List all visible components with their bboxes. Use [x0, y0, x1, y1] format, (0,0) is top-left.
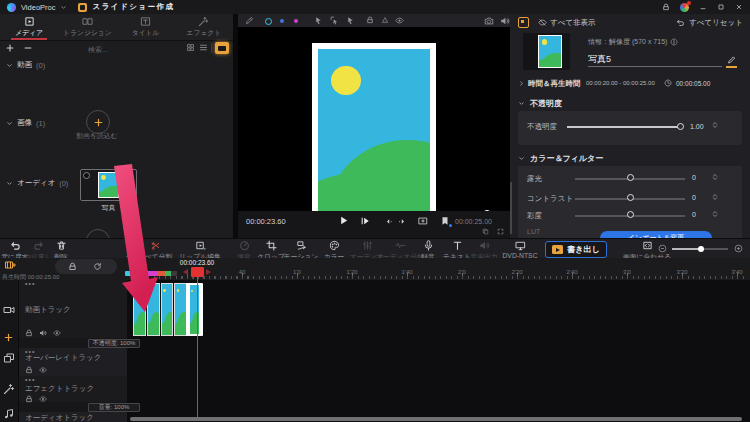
minimize-button[interactable]	[699, 3, 707, 11]
track-eye-icon[interactable]	[39, 395, 47, 403]
fullscreen-icon[interactable]	[497, 228, 504, 235]
list-view-icon[interactable]	[199, 43, 208, 52]
track-lock-icon[interactable]	[25, 366, 33, 374]
close-button[interactable]	[735, 3, 743, 11]
rename-pen-icon[interactable]	[726, 55, 737, 65]
export-button[interactable]: 書き出し	[545, 241, 607, 258]
media-item-card[interactable]: ×	[80, 169, 137, 201]
timeline-clip[interactable]	[133, 283, 146, 336]
track-eye-icon[interactable]	[53, 329, 61, 337]
slider-value[interactable]: 0	[692, 174, 696, 181]
zoom-slider-knob[interactable]	[698, 246, 704, 252]
lock-aspect-icon[interactable]	[366, 16, 374, 24]
slider-knob[interactable]	[627, 211, 634, 218]
stepper-icon[interactable]	[711, 121, 719, 129]
info-icon[interactable]	[670, 38, 678, 46]
opacity-slider-track[interactable]	[567, 126, 682, 128]
add-media-button[interactable]	[5, 43, 15, 53]
timeline-playhead-line[interactable]	[197, 276, 198, 417]
loop-icon[interactable]	[93, 262, 102, 271]
import-folder-button[interactable]	[215, 42, 229, 54]
timeline-lock-icon[interactable]	[68, 262, 77, 271]
playhead-right-arrow[interactable]	[206, 269, 211, 275]
slider-value[interactable]: 0	[692, 211, 696, 218]
lut-import-button[interactable]: インポート＆変更	[600, 231, 712, 238]
trim-handle-left[interactable]	[186, 283, 189, 336]
gift-icon[interactable]	[680, 3, 689, 12]
opacity-slider-knob[interactable]	[677, 123, 684, 130]
grid-view-icon[interactable]	[186, 43, 195, 52]
search-input[interactable]	[86, 42, 162, 56]
tab-title[interactable]: タイトル	[117, 14, 175, 40]
tab-effect[interactable]: エフェクト	[175, 14, 233, 40]
stepper-icon[interactable]	[711, 173, 719, 181]
triangle-icon[interactable]	[381, 16, 389, 24]
toolbar-button-dvd[interactable]: DVD-NTSC	[497, 240, 543, 259]
add-track-button[interactable]	[3, 332, 14, 343]
timeline-horizontal-scrollbar[interactable]	[130, 417, 742, 421]
tab-transition[interactable]: トランジション	[58, 14, 116, 40]
play-button[interactable]	[338, 215, 349, 226]
opacity-value[interactable]: 1.00	[690, 123, 704, 130]
trim-handle-right[interactable]	[200, 283, 203, 336]
timeline-clip[interactable]	[147, 283, 160, 336]
zoom-in-icon[interactable]	[734, 244, 743, 253]
section-header-audio[interactable]: オーディオ(0)	[6, 178, 68, 188]
track-menu-dots[interactable]: •••	[25, 281, 35, 286]
opacity-section-header[interactable]: 不透明度	[518, 98, 562, 109]
select-cursor-icon[interactable]	[314, 16, 323, 25]
timeline-clip-selected[interactable]	[188, 283, 201, 336]
clip-name-field[interactable]: 写真5	[588, 53, 611, 66]
maximize-button[interactable]	[717, 3, 725, 11]
pointer-cursor-icon[interactable]	[346, 16, 355, 25]
tab-media[interactable]: メディア	[0, 14, 58, 40]
remove-media-button[interactable]	[23, 43, 33, 53]
lock-icon[interactable]	[662, 3, 670, 11]
inspector-scrollbar[interactable]	[510, 182, 512, 234]
snapshot-button[interactable]	[418, 216, 428, 226]
track-property-badge[interactable]: 不透明度: 100%	[88, 339, 140, 348]
timeline-clip[interactable]	[161, 283, 174, 336]
playhead-left-arrow[interactable]	[183, 269, 188, 275]
hide-all-button[interactable]: すべて非表示	[550, 18, 596, 28]
zoom-out-icon[interactable]	[658, 244, 667, 253]
preview-canvas[interactable]	[238, 27, 510, 211]
slider-knob[interactable]	[627, 194, 634, 201]
remove-item-icon[interactable]: ×	[129, 170, 133, 178]
play-from-start-button[interactable]	[360, 216, 370, 226]
app-name[interactable]: VideoProc	[21, 3, 55, 12]
track-menu-dots[interactable]: •••	[25, 377, 35, 382]
stepper-icon[interactable]	[711, 193, 719, 201]
track-speaker-icon[interactable]	[39, 329, 47, 337]
next-frame-button[interactable]	[398, 217, 407, 226]
previous-frame-button[interactable]	[384, 217, 393, 226]
slider-knob[interactable]	[627, 174, 634, 181]
copy-icon[interactable]	[482, 228, 489, 235]
playhead-marker[interactable]	[191, 267, 204, 277]
add-clip-icon[interactable]	[4, 259, 17, 271]
preview-photo-frame[interactable]	[312, 43, 436, 221]
section-header-video[interactable]: 動画(0)	[6, 60, 45, 70]
marker-button[interactable]	[440, 216, 450, 226]
chevron-down-icon[interactable]	[60, 4, 67, 11]
marquee-cursor-icon[interactable]	[330, 16, 339, 25]
section-header-image[interactable]: 画像(1)	[6, 118, 45, 128]
track-lock-icon[interactable]	[25, 395, 33, 403]
time-section-collapse-icon[interactable]	[518, 80, 525, 87]
track-lock-icon[interactable]	[25, 329, 33, 337]
color-swatch-magenta-icon[interactable]	[294, 19, 298, 23]
stepper-icon[interactable]	[711, 210, 719, 218]
snapshot-camera-icon[interactable]	[484, 16, 494, 26]
color-swatch-blue-icon[interactable]	[280, 19, 284, 23]
reset-all-button[interactable]: すべてリセット	[689, 18, 743, 28]
color-swatch-cyan-icon[interactable]	[265, 18, 272, 25]
reset-all-icon[interactable]	[676, 18, 685, 27]
track-eye-icon[interactable]	[39, 366, 47, 374]
color-section-header[interactable]: カラー＆フィルター	[518, 153, 603, 164]
time-section-title[interactable]: 時間＆再生時間	[528, 79, 581, 89]
slider-value[interactable]: 0	[692, 194, 696, 201]
draw-pencil-icon[interactable]	[245, 16, 254, 25]
track-property-badge[interactable]: 音量: 100%	[88, 403, 140, 412]
hide-all-eye-icon[interactable]	[538, 18, 547, 27]
visibility-icon[interactable]	[395, 16, 404, 25]
